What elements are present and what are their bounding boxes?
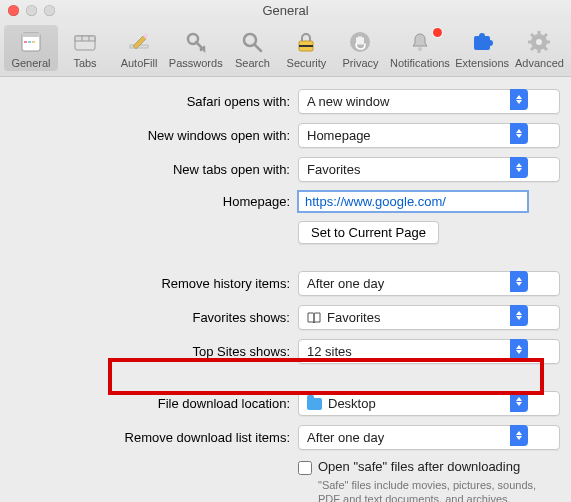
label-remove-history: Remove history items: — [20, 276, 298, 291]
toolbar-label: Passwords — [169, 57, 223, 69]
set-to-current-page-button[interactable]: Set to Current Page — [298, 221, 439, 244]
toolbar-label: Extensions — [455, 57, 509, 69]
svg-rect-3 — [28, 41, 31, 43]
hand-icon — [346, 28, 374, 56]
toolbar-advanced[interactable]: Advanced — [512, 25, 567, 71]
popup-arrows-icon — [510, 339, 528, 360]
general-icon — [17, 28, 45, 56]
label-remove-download: Remove download list items: — [20, 430, 298, 445]
label-top-sites: Top Sites shows: — [20, 344, 298, 359]
homepage-input[interactable] — [298, 191, 528, 212]
close-window-button[interactable] — [8, 5, 19, 16]
label-homepage: Homepage: — [20, 194, 298, 209]
toolbar-label: General — [11, 57, 50, 69]
toolbar-extensions[interactable]: Extensions — [452, 25, 511, 71]
preferences-content: Safari opens with: A new window New wind… — [0, 77, 571, 502]
toolbar-tabs[interactable]: Tabs — [58, 25, 112, 71]
popup-value: After one day — [307, 430, 384, 445]
book-icon — [307, 312, 321, 324]
popup-remove-history[interactable]: After one day — [298, 271, 528, 296]
popup-arrows-icon — [510, 271, 528, 292]
toolbar-label: Security — [287, 57, 327, 69]
toolbar-label: Privacy — [342, 57, 378, 69]
popup-value: Favorites — [307, 162, 360, 177]
svg-point-19 — [487, 40, 493, 46]
badge-dot-icon — [433, 28, 442, 37]
traffic-lights — [8, 5, 55, 16]
svg-rect-2 — [24, 41, 27, 43]
popup-safari-opens[interactable]: A new window — [298, 89, 528, 114]
svg-rect-4 — [32, 41, 35, 43]
search-icon — [238, 28, 266, 56]
svg-point-18 — [479, 33, 485, 39]
popup-value: 12 sites — [307, 344, 352, 359]
toolbar-security[interactable]: Security — [279, 25, 333, 71]
toolbar-privacy[interactable]: Privacy — [333, 25, 387, 71]
popup-value: Favorites — [327, 310, 380, 325]
label-file-download: File download location: — [20, 396, 298, 411]
svg-line-26 — [531, 34, 534, 37]
toolbar-label: AutoFill — [121, 57, 158, 69]
popup-value: A new window — [307, 94, 389, 109]
popup-value: Homepage — [307, 128, 371, 143]
lock-icon — [292, 28, 320, 56]
popup-favorites-shows[interactable]: Favorites — [298, 305, 528, 330]
popup-arrows-icon — [510, 391, 528, 412]
popup-arrows-icon — [510, 89, 528, 110]
tabs-icon — [71, 28, 99, 56]
window-titlebar: General — [0, 0, 571, 20]
svg-line-28 — [531, 47, 534, 50]
label-new-windows: New windows open with: — [20, 128, 298, 143]
popup-arrows-icon — [510, 305, 528, 326]
popup-arrows-icon — [510, 425, 528, 446]
toolbar-label: Search — [235, 57, 270, 69]
popup-arrows-icon — [510, 157, 528, 178]
minimize-window-button[interactable] — [26, 5, 37, 16]
toolbar-label: Advanced — [515, 57, 564, 69]
svg-rect-14 — [299, 45, 313, 47]
svg-rect-1 — [22, 33, 40, 37]
popup-file-download[interactable]: Desktop — [298, 391, 528, 416]
popup-value: After one day — [307, 276, 384, 291]
toolbar-autofill[interactable]: AutoFill — [112, 25, 166, 71]
toolbar-passwords[interactable]: Passwords — [166, 25, 225, 71]
folder-icon — [307, 398, 322, 410]
popup-top-sites[interactable]: 12 sites — [298, 339, 528, 364]
toolbar-label: Tabs — [73, 57, 96, 69]
bell-icon — [406, 28, 434, 56]
popup-value: Desktop — [328, 396, 376, 411]
svg-point-21 — [536, 39, 542, 45]
label-open-safe: Open "safe" files after downloading — [318, 459, 520, 474]
toolbar-general[interactable]: General — [4, 25, 58, 71]
label-favorites-shows: Favorites shows: — [20, 310, 298, 325]
svg-line-29 — [544, 34, 547, 37]
popup-new-tabs[interactable]: Favorites — [298, 157, 528, 182]
popup-remove-download[interactable]: After one day — [298, 425, 528, 450]
toolbar-notifications[interactable]: Notifications — [387, 25, 452, 71]
label-new-tabs: New tabs open with: — [20, 162, 298, 177]
gear-icon — [525, 28, 553, 56]
popup-new-windows[interactable]: Homepage — [298, 123, 528, 148]
toolbar-search[interactable]: Search — [225, 25, 279, 71]
label-safari-opens: Safari opens with: — [20, 94, 298, 109]
key-icon — [182, 28, 210, 56]
open-safe-description: "Safe" files include movies, pictures, s… — [318, 478, 548, 502]
popup-arrows-icon — [510, 123, 528, 144]
puzzle-icon — [468, 28, 496, 56]
window-title: General — [0, 3, 571, 18]
preferences-toolbar: General Tabs AutoFill Passwords Search S… — [0, 20, 571, 77]
svg-point-16 — [418, 47, 422, 51]
svg-line-12 — [255, 45, 261, 51]
zoom-window-button[interactable] — [44, 5, 55, 16]
svg-line-27 — [544, 47, 547, 50]
svg-rect-6 — [75, 36, 95, 41]
autofill-icon — [125, 28, 153, 56]
toolbar-label: Notifications — [390, 57, 450, 69]
open-safe-files-checkbox[interactable] — [298, 461, 312, 475]
